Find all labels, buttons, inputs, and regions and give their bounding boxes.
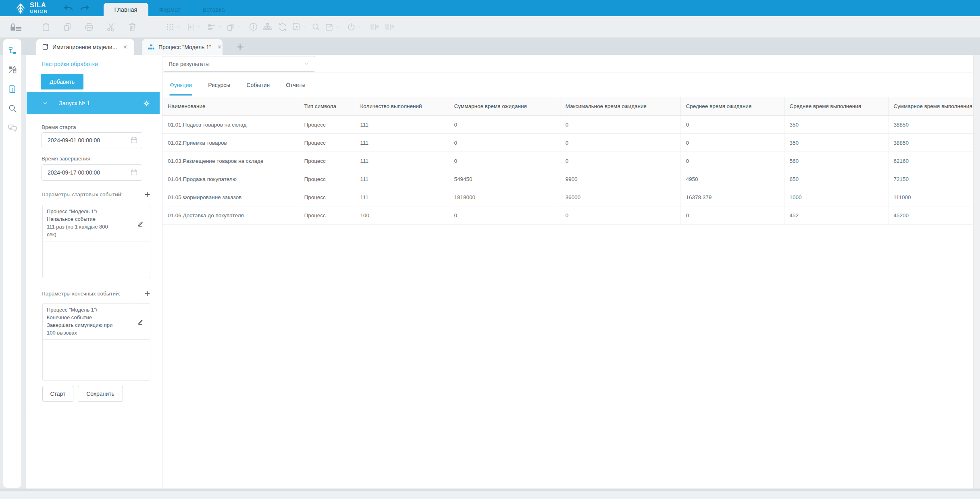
table-row[interactable]: 01.05.Формирование заказовПроцесс1111818… [162,188,974,206]
vertical-scrollbar[interactable] [973,55,980,489]
table-row[interactable]: 01.02.Приемка товаровПроцесс111000350388… [162,134,974,152]
column-header-7[interactable]: Суммарное время выполнения [888,97,974,116]
table-cell: 0 [560,152,680,170]
tab-reports[interactable]: Отчеты [285,73,306,97]
table-row[interactable]: 01.01.Подвоз товаров на складПроцесс1110… [162,116,974,134]
document-info-icon[interactable] [8,85,17,94]
layers-chevron-icon[interactable] [236,24,241,29]
table-cell: 111 [355,134,449,152]
search-icon[interactable] [8,104,17,113]
list-item[interactable]: Процесс "Модель 1"/ Конечное событие Зав… [43,304,150,340]
paste-icon[interactable] [42,22,50,32]
zoom-search-icon[interactable] [311,22,320,31]
layers-icon[interactable] [226,22,235,32]
delete-icon[interactable] [128,22,137,32]
column-header-6[interactable]: Среднее время выполнения [784,97,888,116]
table-cell: 111000 [888,188,974,206]
undo-icon[interactable] [63,5,74,12]
processing-settings-link[interactable]: Настройки обработки [42,61,98,67]
results-filter-select[interactable]: Все результаты [163,56,315,72]
table-cell: 0 [449,206,560,225]
calendar-icon[interactable] [130,136,138,146]
doc-tab-simulation[interactable]: Имитационное модели... [36,39,134,55]
menu-tab-home[interactable]: Главная [104,3,148,16]
column-header-2[interactable]: Количество выполнений [355,97,449,116]
close-icon[interactable] [122,44,129,50]
start-button[interactable]: Старт [42,386,73,402]
print-icon[interactable] [84,22,94,32]
table-cell: 01.01.Подвоз товаров на склад [162,116,299,134]
gear-icon[interactable] [143,100,150,107]
copy-icon[interactable] [63,22,72,32]
table-cell: 01.06.Доставка до покупателя [162,206,299,225]
menu-tab-format[interactable]: Формат [148,3,191,16]
refresh-icon[interactable] [278,22,287,32]
column-header-5[interactable]: Среднее время ожидания [680,97,784,116]
end-time-label: Время завершения [42,156,90,162]
collapse-left-panel-icon[interactable] [369,22,380,31]
table-cell: 0 [560,116,680,134]
save-button[interactable]: Сохранить [78,386,123,402]
edit-icon[interactable] [130,304,150,339]
open-external-icon[interactable] [325,22,334,31]
close-icon[interactable] [216,44,223,50]
cut-icon[interactable] [106,22,115,32]
hierarchy-icon[interactable] [263,22,272,32]
column-header-1[interactable]: Тип символа [299,97,355,116]
add-end-event-button[interactable] [144,290,151,297]
power-chevron-icon[interactable] [357,24,362,29]
list-item[interactable]: Процесс "Модель 1"/ Начальное событие 11… [43,205,150,241]
tab-events[interactable]: События [246,73,270,97]
tab-resources[interactable]: Ресурсы [208,73,231,97]
add-start-event-button[interactable] [144,191,151,198]
select-area-icon[interactable] [292,22,301,31]
column-header-4[interactable]: Максимальное время ожидания [560,97,680,116]
table-cell: 9900 [560,170,680,188]
edit-icon[interactable] [130,205,150,241]
info-icon[interactable] [249,22,258,31]
grid-dots-icon[interactable] [166,23,175,31]
logo-text-line2: UNION [30,9,48,14]
align-chevron-icon[interactable] [217,24,222,29]
collapse-right-panel-icon[interactable] [384,22,395,31]
menu-tab-insert[interactable]: Вставка [191,3,236,16]
add-tab-button[interactable] [236,43,244,51]
power-icon[interactable] [347,22,356,31]
grid-dots-chevron-icon[interactable] [176,24,181,29]
table-cell: 0 [680,116,784,134]
column-header-0[interactable]: Наименование [162,97,299,116]
panel-divider [26,410,162,410]
column-header-3[interactable]: Суммарное время ожидания [449,97,560,116]
table-cell: Процесс [299,170,355,188]
start-events-label: Параметры стартовых событий: [42,191,123,198]
table-row[interactable]: 01.03.Размещение товаров на складеПроцес… [162,152,974,170]
start-time-input[interactable] [42,132,142,148]
doc-tab-process-model[interactable]: Процесс "Модель 1" [142,39,223,55]
align-icon[interactable] [207,23,216,31]
lock-list-icon[interactable] [9,22,23,32]
model-tree-icon[interactable] [8,46,17,55]
table-cell: Процесс [299,206,355,225]
tab-functions[interactable]: Функции [169,73,192,97]
table-cell: 4950 [680,170,784,188]
table-cell: 350 [784,116,888,134]
table-cell: 111 [355,170,449,188]
insert-object-chevron-icon[interactable] [196,24,201,29]
run-header[interactable]: Запуск № 1 [27,92,160,114]
table-row[interactable]: 01.06.Доставка до покупателяПроцесс10000… [162,206,974,225]
table-cell: 350 [784,134,888,152]
comments-icon[interactable] [8,123,17,132]
table-row[interactable]: 01.04.Продажа покупателюПроцесс111549450… [162,170,974,188]
end-time-input[interactable] [42,164,142,181]
logo-text-line1: SILA [30,2,48,8]
start-events-section: Параметры стартовых событий: [42,191,151,198]
table-cell: 16378.379 [680,188,784,206]
select-area-chevron-icon[interactable] [302,24,308,29]
redo-icon[interactable] [79,5,90,12]
shapes-icon[interactable] [8,65,17,74]
open-external-chevron-icon[interactable] [335,24,341,29]
calendar-icon[interactable] [130,168,138,178]
add-run-button[interactable]: Добавить [41,74,83,89]
table-cell: Процесс [299,188,355,206]
insert-object-icon[interactable] [187,22,195,32]
